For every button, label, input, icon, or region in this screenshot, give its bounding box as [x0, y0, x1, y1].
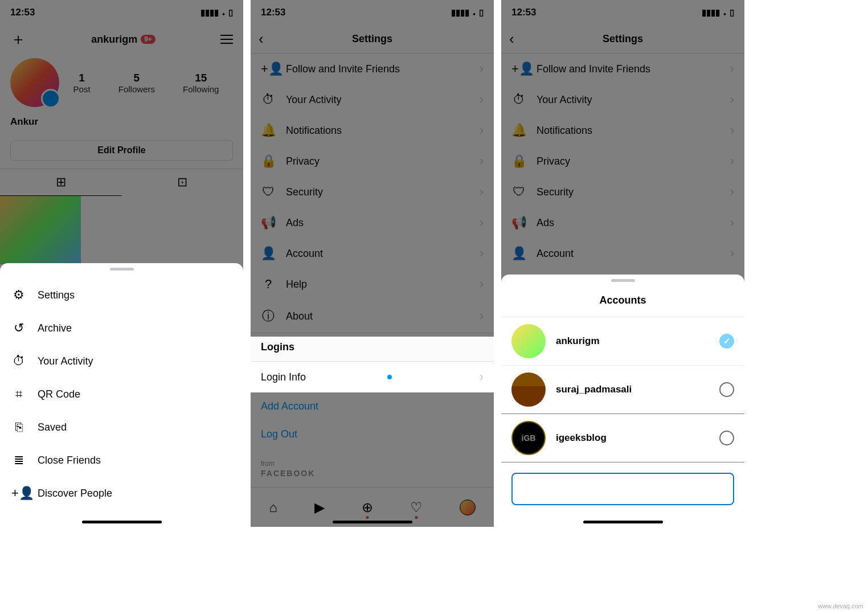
chevron-right-icon: › — [480, 370, 484, 384]
lock-icon: 🔒 — [511, 154, 526, 169]
tab-tagged[interactable]: ⊡ — [122, 169, 244, 196]
setting-about[interactable]: ⓘAbout› — [251, 300, 494, 333]
logout-button[interactable]: Log Out — [511, 473, 734, 505]
megaphone-icon: 📢 — [511, 215, 526, 230]
user-icon: 👤 — [261, 246, 276, 261]
phone-2-settings: 12:53 ▮▮▮▮ ⬩ ▯ ‹ Settings +👤Follow and I… — [251, 0, 494, 527]
setting-ads[interactable]: 📢Ads› — [251, 207, 494, 238]
notification-badge: 9+ — [141, 35, 155, 44]
chevron-right-icon: › — [730, 185, 734, 199]
back-icon[interactable]: ‹ — [509, 30, 514, 48]
bell-icon: 🔔 — [511, 123, 526, 138]
chevron-right-icon: › — [730, 123, 734, 138]
status-time: 12:53 — [10, 7, 35, 18]
setting-account[interactable]: 👤Account› — [501, 238, 744, 269]
bell-icon: 🔔 — [261, 123, 276, 138]
accounts-title: Accounts — [501, 290, 744, 317]
account-avatar — [511, 373, 546, 407]
stat-followers[interactable]: 5Followers — [118, 72, 155, 94]
wifi-icon: ⬩ — [722, 8, 727, 18]
setting-help[interactable]: ?Help› — [251, 269, 494, 300]
check-selected-icon — [719, 334, 734, 349]
logout-link[interactable]: Log Out — [251, 420, 494, 448]
sheet-label: Close Friends — [38, 455, 101, 466]
back-icon[interactable]: ‹ — [259, 30, 264, 48]
list-icon: ≣ — [11, 453, 26, 468]
add-user-icon: +👤 — [11, 486, 26, 501]
sheet-label: Saved — [38, 421, 67, 433]
setting-privacy[interactable]: 🔒Privacy› — [501, 146, 744, 177]
battery-icon: ▯ — [479, 7, 484, 18]
home-indicator — [82, 521, 162, 523]
profile-avatar[interactable] — [10, 58, 59, 107]
post-thumbnail[interactable] — [0, 196, 81, 264]
reels-icon[interactable]: ▶ — [314, 500, 325, 515]
status-bar: 12:53 ▮▮▮▮ ⬩ ▯ — [251, 0, 494, 25]
profile-tab-icon[interactable] — [460, 500, 476, 515]
setting-ads[interactable]: 📢Ads› — [501, 207, 744, 238]
sheet-item-settings[interactable]: ⚙Settings — [0, 279, 243, 312]
activity-icon: ⏱ — [11, 354, 26, 369]
setting-activity[interactable]: ⏱Your Activity› — [251, 84, 494, 115]
settings-nav: ‹ Settings — [251, 25, 494, 54]
setting-activity[interactable]: ⏱Your Activity› — [501, 84, 744, 115]
phone-1-profile: 12:53 ▮▮▮▮ ⬩ ▯ ＋ ankurigm 9+ 1Post 5Foll… — [0, 0, 243, 527]
account-avatar: iGB — [511, 421, 546, 455]
sheet-item-discover[interactable]: +👤Discover People — [0, 477, 243, 510]
hamburger-menu-icon[interactable] — [220, 35, 233, 44]
chevron-right-icon: › — [730, 154, 734, 169]
account-row-2[interactable]: iGB igeeksblog — [501, 414, 744, 462]
status-time: 12:53 — [511, 7, 536, 18]
setting-privacy[interactable]: 🔒Privacy› — [251, 146, 494, 177]
display-name: Ankur — [0, 112, 243, 132]
add-post-icon[interactable]: ＋ — [10, 28, 26, 50]
sheet-item-saved[interactable]: ⎘Saved — [0, 411, 243, 444]
add-icon[interactable]: ⊕ — [362, 500, 373, 515]
account-row-0[interactable]: ankurigm — [501, 317, 744, 366]
tab-grid[interactable]: ⊞ — [0, 169, 122, 196]
sheet-label: Your Activity — [38, 355, 93, 367]
archive-icon: ↺ — [11, 321, 26, 335]
edit-profile-button[interactable]: Edit Profile — [10, 140, 233, 161]
setting-security[interactable]: 🛡Security› — [251, 177, 494, 207]
home-indicator — [333, 521, 412, 523]
add-account-link[interactable]: Add Account — [251, 392, 494, 420]
profile-info: 1Post 5Followers 15Following — [0, 54, 243, 112]
account-row-1[interactable]: suraj_padmasali — [501, 366, 744, 414]
setting-security[interactable]: 🛡Security› — [501, 177, 744, 207]
setting-notifications[interactable]: 🔔Notifications› — [251, 115, 494, 146]
chevron-right-icon: › — [480, 154, 484, 169]
setting-login-info[interactable]: Login Info› — [251, 362, 494, 392]
settings-list: +👤Follow and Invite Friends› ⏱Your Activ… — [251, 54, 494, 495]
chevron-right-icon: › — [480, 62, 484, 76]
sheet-label: Settings — [38, 289, 75, 301]
profile-username[interactable]: ankurigm 9+ — [91, 34, 155, 46]
profile-header: ＋ ankurigm 9+ — [0, 25, 243, 54]
status-icons: ▮▮▮▮ ⬩ ▯ — [451, 7, 484, 18]
stat-following[interactable]: 15Following — [183, 72, 219, 94]
accounts-sheet: Accounts ankurigm suraj_padmasali iGB ig… — [501, 275, 744, 527]
chevron-right-icon: › — [730, 92, 734, 107]
sheet-grabber[interactable] — [110, 268, 134, 271]
sheet-grabber[interactable] — [611, 279, 635, 282]
home-icon[interactable]: ⌂ — [269, 500, 277, 515]
sheet-item-closefriends[interactable]: ≣Close Friends — [0, 444, 243, 477]
setting-follow-invite[interactable]: +👤Follow and Invite Friends› — [501, 54, 744, 84]
lock-icon: 🔒 — [261, 154, 276, 169]
sheet-item-qrcode[interactable]: ⌗QR Code — [0, 378, 243, 411]
setting-follow-invite[interactable]: +👤Follow and Invite Friends› — [251, 54, 494, 84]
battery-icon: ▯ — [730, 7, 734, 18]
sheet-item-activity[interactable]: ⏱Your Activity — [0, 345, 243, 378]
wifi-icon: ⬩ — [221, 8, 226, 18]
chevron-right-icon: › — [730, 215, 734, 230]
setting-notifications[interactable]: 🔔Notifications› — [501, 115, 744, 146]
stat-posts[interactable]: 1Post — [73, 72, 91, 94]
sheet-label: QR Code — [38, 388, 80, 400]
sheet-item-archive[interactable]: ↺Archive — [0, 312, 243, 345]
home-indicator — [583, 521, 663, 523]
heart-icon[interactable]: ♡ — [410, 500, 423, 515]
setting-account[interactable]: 👤Account› — [251, 238, 494, 269]
signal-icon: ▮▮▮▮ — [200, 7, 219, 18]
nav-title: Settings — [251, 33, 494, 45]
profile-menu-sheet: ⚙Settings ↺Archive ⏱Your Activity ⌗QR Co… — [0, 263, 243, 527]
